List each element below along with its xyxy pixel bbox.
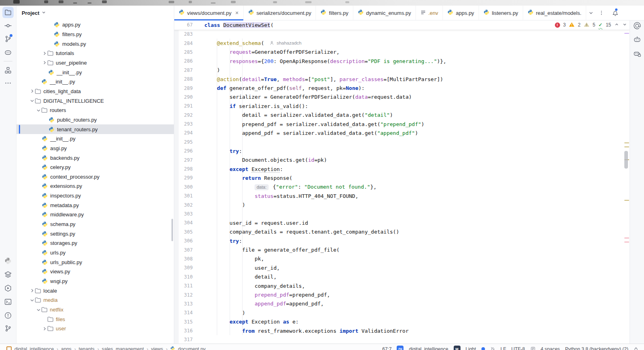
theme-label[interactable]: Light <box>466 346 476 350</box>
project-badge[interactable]: DI <box>397 346 404 350</box>
reader-mode-icon[interactable] <box>530 346 536 350</box>
tool-button-terminal[interactable] <box>2 296 14 307</box>
line-number[interactable]: 288 <box>174 76 193 82</box>
tree-item-tutorials[interactable]: tutorials <box>16 49 174 58</box>
tree-item-urls_public.py[interactable]: urls_public.py <box>16 257 174 267</box>
tree-item-models.py[interactable]: models.py <box>16 39 174 49</box>
tree-item-__init__.py[interactable]: __init__.py <box>16 77 174 87</box>
code-line-317[interactable]: 317 <box>174 335 623 344</box>
project-name[interactable]: digital_intelligence <box>409 346 448 350</box>
breadcrumb-item[interactable]: sales_management <box>102 346 144 350</box>
encoding-label[interactable]: UTF-8 <box>512 346 525 350</box>
code-line-295[interactable]: 295 <box>174 138 623 147</box>
tab-apps.py[interactable]: apps.py <box>443 6 479 20</box>
line-number[interactable]: 311 <box>174 283 193 289</box>
code-line-285[interactable]: 285 request=GenerateOfferPDFSerializer, <box>174 48 623 57</box>
chevron-right-icon[interactable] <box>41 60 47 65</box>
tool-button-project[interactable] <box>2 7 14 18</box>
tree-item-user_pipeline[interactable]: user_pipeline <box>16 58 174 68</box>
code-line-306[interactable]: 306 try: <box>174 236 623 245</box>
tool-button-ai-chat[interactable] <box>2 47 14 58</box>
line-number[interactable]: 316 <box>174 328 193 334</box>
tree-item-middleware.py[interactable]: middleware.py <box>16 210 174 220</box>
code-line-312[interactable]: 312 prepend_pdf=prepend_pdf, <box>174 290 623 299</box>
tree-item-user[interactable]: user <box>16 324 174 334</box>
tree-item-metadata.py[interactable]: metadata.py <box>16 200 174 210</box>
line-number[interactable]: 301 <box>174 193 193 199</box>
line-number[interactable]: 297 <box>174 157 193 163</box>
tool-button-git[interactable] <box>2 323 14 334</box>
code-line-309[interactable]: 309 user_id, <box>174 263 623 272</box>
code-line-286[interactable]: 286 responses={200: OpenApiResponse(desc… <box>174 57 623 65</box>
tree-item-extensions.py[interactable]: extensions.py <box>16 181 174 191</box>
tree-item-filters.py[interactable]: filters.py <box>16 30 174 39</box>
chevron-down-icon[interactable] <box>29 298 35 303</box>
tree-item-DIGITAL_INTELLIGENCE[interactable]: DIGITAL_INTELLIGENCE <box>16 96 174 106</box>
tree-item-context_processor.py[interactable]: context_processor.py <box>16 172 174 182</box>
error-count[interactable]: 3 <box>563 22 566 28</box>
code-line-298[interactable]: 298 except Exception: <box>174 165 623 173</box>
line-number[interactable]: 292 <box>174 112 193 118</box>
code-line-314[interactable]: 314 ) <box>174 308 623 317</box>
line-number[interactable]: 286 <box>174 58 193 64</box>
line-number[interactable]: 289 <box>174 85 193 91</box>
line-number[interactable]: 296 <box>174 148 193 154</box>
line-number[interactable]: 317 <box>174 337 193 342</box>
tree-item-media[interactable]: media <box>16 295 174 305</box>
code-line-302[interactable]: 302 ) <box>174 200 623 209</box>
line-number[interactable]: 309 <box>174 265 193 271</box>
lock-icon[interactable] <box>634 346 638 350</box>
code-line-313[interactable]: 313 append_pdf=append_pdf, <box>174 299 623 308</box>
code-line-300[interactable]: 300 data: {"error": "Document not found.… <box>174 183 623 191</box>
chevron-right-icon[interactable] <box>41 51 47 56</box>
code-editor[interactable]: 283284 @extend_schema( shahazadch285 req… <box>174 20 630 344</box>
tool-button-more-tools[interactable] <box>2 77 14 89</box>
line-number[interactable]: 295 <box>174 139 193 145</box>
tree-item-apps.py[interactable]: apps.py <box>16 20 174 30</box>
line-number[interactable]: 304 <box>174 220 193 226</box>
breadcrumb-item[interactable]: document.py <box>178 346 206 350</box>
code-line-307[interactable]: 307 file = generate_offer_pdf_file( <box>174 245 623 254</box>
breadcrumb-item[interactable]: views <box>151 346 163 350</box>
tree-item-__init__.py[interactable]: __init__.py <box>16 67 174 77</box>
breadcrumb-item[interactable]: digital_intelligence <box>14 346 54 350</box>
chevron-down-icon[interactable] <box>41 9 46 16</box>
line-number[interactable]: 287 <box>174 67 193 73</box>
code-line-283[interactable]: 283 <box>174 30 623 39</box>
line-number[interactable]: 310 <box>174 274 193 280</box>
tab-scroll-button[interactable] <box>586 8 596 18</box>
line-number[interactable]: 298 <box>174 166 193 172</box>
tree-item-netflix[interactable]: netflix <box>16 305 174 315</box>
code-line-293[interactable]: 293 prepend_pdf = serializer.validated_d… <box>174 120 623 128</box>
code-line-284[interactable]: 284 @extend_schema( shahazadch <box>174 39 623 47</box>
line-number[interactable]: 308 <box>174 256 193 262</box>
interpreter-label[interactable]: Python 3.8 (backendvenv) (2) <box>565 346 628 350</box>
tab-serializers/document.py[interactable]: serializers/document.py <box>244 6 316 20</box>
code-line-296[interactable]: 296 try: <box>174 147 623 155</box>
line-separator-label[interactable]: LF <box>501 346 506 350</box>
tool-button-run[interactable] <box>2 283 14 294</box>
line-number[interactable]: 290 <box>174 94 193 100</box>
code-line-297[interactable]: 297 Document.objects.get(id=pk) <box>174 155 623 164</box>
tool-button-assistant-locked[interactable] <box>632 48 643 59</box>
tree-item-files[interactable]: files <box>16 314 174 324</box>
chevron-down-icon[interactable] <box>35 108 41 113</box>
tree-item-views.py[interactable]: views.py <box>16 267 174 277</box>
code-line-290[interactable]: 290 serializer = GenerateOfferPDFSeriali… <box>174 93 623 102</box>
indent-label[interactable]: 4 spaces <box>541 346 560 350</box>
tree-item-inspectors.py[interactable]: inspectors.py <box>16 191 174 201</box>
tab-real_estate/models.[interactable]: real_estate/models. <box>523 6 586 20</box>
line-number[interactable]: 314 <box>174 310 193 315</box>
code-line-316[interactable]: 316 from rest_framework.exceptions impor… <box>174 326 623 335</box>
tree-item-tenant_routers.py[interactable]: tenant_routers.py <box>16 124 174 134</box>
code-line-299[interactable]: 299 return Response( <box>174 173 623 182</box>
weak-warning-count[interactable]: 5 <box>593 22 595 28</box>
line-number[interactable]: 294 <box>174 130 193 136</box>
line-number[interactable]: 313 <box>174 301 193 307</box>
chevron-right-icon[interactable] <box>29 288 35 293</box>
code-line-304[interactable]: 304 user_id = request.user.id <box>174 218 623 227</box>
notifications-muted-icon[interactable] <box>490 346 495 350</box>
tool-button-services[interactable] <box>2 269 14 280</box>
line-number[interactable]: 305 <box>174 229 193 235</box>
tree-item-settings.py[interactable]: settings.py <box>16 229 174 238</box>
